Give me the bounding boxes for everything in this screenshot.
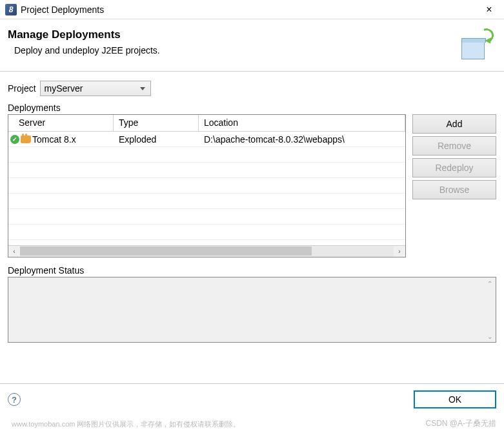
table-header: Server Type Location xyxy=(8,115,405,132)
col-server[interactable]: Server xyxy=(8,115,114,132)
ok-button[interactable]: OK xyxy=(414,390,496,408)
page-description: Deploy and undeploy J2EE projects. xyxy=(14,45,460,55)
window-title: Project Deployments xyxy=(21,5,479,15)
page-title: Manage Deployments xyxy=(8,28,460,41)
project-select[interactable]: myServer xyxy=(40,81,151,96)
table-row[interactable]: ✓ Tomcat 8.x Exploded D:\apache-tomcat-8… xyxy=(8,132,405,147)
watermark-left: www.toymoban.com 网络图片仅供展示，非存储，如有侵权请联系删除。 xyxy=(12,419,240,429)
status-label: Deployment Status xyxy=(8,265,496,276)
cell-location: D:\apache-tomcat-8.0.32\webapps\ xyxy=(199,133,405,146)
titlebar: 8 Project Deployments × xyxy=(0,0,504,19)
help-button[interactable]: ? xyxy=(8,393,21,406)
scroll-left-icon[interactable]: ‹ xyxy=(8,246,20,257)
deployments-table[interactable]: Server Type Location ✓ Tomcat 8.x Explod… xyxy=(8,114,406,257)
watermark-right: CSDN @A-子桑无措 xyxy=(425,418,496,429)
remove-button[interactable]: Remove xyxy=(412,136,496,156)
vertical-scrollbar[interactable]: ⌃ ⌄ xyxy=(484,277,496,342)
status-box[interactable]: ⌃ ⌄ xyxy=(8,277,496,343)
project-select-value: myServer xyxy=(45,83,83,94)
col-location[interactable]: Location xyxy=(199,115,405,132)
header-section: Manage Deployments Deploy and undeploy J… xyxy=(0,19,504,72)
project-row: Project myServer xyxy=(8,81,496,96)
status-ok-icon: ✓ xyxy=(10,135,19,144)
scroll-right-icon[interactable]: › xyxy=(394,246,405,257)
scroll-thumb[interactable] xyxy=(20,247,312,256)
project-label: Project xyxy=(8,83,36,94)
add-button[interactable]: Add xyxy=(412,114,496,134)
cell-server: Tomcat 8.x xyxy=(32,134,76,145)
scroll-down-icon[interactable]: ⌄ xyxy=(484,330,496,342)
redeploy-button[interactable]: Redeploy xyxy=(412,158,496,177)
close-button[interactable]: × xyxy=(479,4,499,15)
deploy-icon xyxy=(460,28,492,61)
app-icon: 8 xyxy=(5,4,17,15)
deployments-label: Deployments xyxy=(8,103,496,113)
horizontal-scrollbar[interactable]: ‹ › xyxy=(8,245,405,257)
footer: ? OK xyxy=(0,383,504,415)
cell-type: Exploded xyxy=(114,133,199,146)
col-type[interactable]: Type xyxy=(114,115,199,132)
tomcat-icon xyxy=(21,136,31,143)
scroll-up-icon[interactable]: ⌃ xyxy=(484,277,496,289)
browse-button[interactable]: Browse xyxy=(412,180,496,199)
